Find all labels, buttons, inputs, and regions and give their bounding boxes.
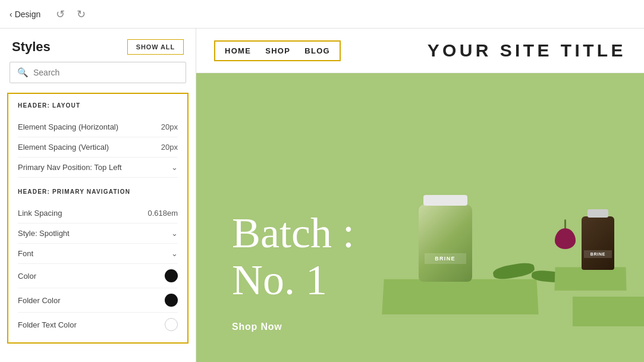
search-bar: 🔍 [10,62,186,83]
color-swatch-folder-text-color[interactable] [165,318,178,331]
header-layout-section: HEADER: LAYOUT Element Spacing (Horizont… [7,93,189,344]
hero-heading-line1: Batch : [232,210,354,257]
nav-item-home[interactable]: HOME [225,46,251,55]
chevron-down-icon-font: ⌄ [171,249,178,258]
beet-vegetable [555,219,579,249]
prop-value-horizontal-spacing: 20px [161,122,178,131]
hero-heading-line2: No. 1 [232,257,354,304]
prop-label-nav-position: Primary Nav Position: Top Left [18,163,122,172]
prop-label-color: Color [18,272,36,281]
nav-item-blog[interactable]: BLOG [304,46,330,55]
site-title: YOUR SITE TITLE [428,40,626,61]
hero-section: Batch : No. 1 Shop Now BRINE [196,73,644,362]
nav-box: HOME SHOP BLOG [214,40,341,61]
header-nav-label: HEADER: PRIMARY NAVIGATION [18,188,178,195]
bottle: BRINE [582,216,614,270]
prop-row-nav-position[interactable]: Primary Nav Position: Top Left ⌄ [18,158,178,178]
prop-row-font[interactable]: Font ⌄ [18,244,178,264]
search-input[interactable] [33,68,178,77]
chevron-down-icon: ⌄ [171,163,178,172]
preview-area: HOME SHOP BLOG YOUR SITE TITLE Batch : N… [196,29,644,362]
bottle-lid [588,209,608,218]
chevron-left-icon: ‹ [10,10,12,19]
beet-body [555,228,576,249]
prop-label-style: Style: Spotlight [18,229,70,238]
hero-text: Batch : No. 1 Shop Now [232,210,354,332]
product-platforms: BRINE BRINE [353,73,644,362]
jar-label: BRINE [425,253,466,264]
prop-label-folder-text-color: Folder Text Color [18,320,77,329]
bottle-label: BRINE [584,250,612,258]
color-swatch-color[interactable] [165,269,178,282]
header-layout-label: HEADER: LAYOUT [18,102,178,109]
top-bar: ‹ Design ↺ ↻ [0,0,644,29]
site-header: HOME SHOP BLOG YOUR SITE TITLE [196,29,644,73]
prop-label-horizontal-spacing: Element Spacing (Horizontal) [18,122,118,131]
prop-row-vertical-spacing: Element Spacing (Vertical) 20px [18,137,178,158]
main-platform [382,279,538,314]
redo-button[interactable]: ↻ [73,7,89,22]
chevron-down-icon-style: ⌄ [171,229,178,238]
prop-label-link-spacing: Link Spacing [18,209,62,218]
prop-label-vertical-spacing: Element Spacing (Vertical) [18,143,109,152]
prop-value-vertical-spacing: 20px [161,143,178,152]
shop-now-button[interactable]: Shop Now [232,322,354,332]
prop-row-folder-color[interactable]: Folder Color [18,288,178,313]
prop-row-folder-text-color[interactable]: Folder Text Color [18,313,178,336]
color-swatch-folder-color[interactable] [165,294,178,307]
hero-decoration: BRINE BRINE [353,73,644,362]
show-all-button[interactable]: SHOW ALL [127,39,184,55]
styles-title: Styles [12,39,51,55]
pickle-jar: BRINE [419,204,472,282]
right-platform [554,267,626,290]
undo-button[interactable]: ↺ [52,7,68,22]
undo-redo-group: ↺ ↻ [52,7,89,22]
sidebar-header: Styles SHOW ALL [0,29,196,62]
prop-row-link-spacing: Link Spacing 0.618em [18,203,178,224]
header-nav-subsection: HEADER: PRIMARY NAVIGATION Link Spacing … [18,188,178,336]
search-icon: 🔍 [17,67,29,78]
back-button[interactable]: ‹ Design [10,10,40,19]
nav-item-shop[interactable]: SHOP [265,46,290,55]
prop-row-horizontal-spacing: Element Spacing (Horizontal) 20px [18,117,178,137]
cucumber-1 [492,261,535,281]
prop-value-link-spacing: 0.618em [147,209,178,218]
jar-lid [423,195,467,206]
sidebar: Styles SHOW ALL 🔍 HEADER: LAYOUT Element… [0,29,196,362]
hero-heading: Batch : No. 1 [232,210,354,304]
prop-row-color[interactable]: Color [18,264,178,288]
back-label: Design [15,10,41,19]
prop-label-font: Font [18,249,33,258]
prop-row-style[interactable]: Style: Spotlight ⌄ [18,224,178,244]
prop-label-folder-color: Folder Color [18,296,61,305]
far-right-platform [573,297,644,326]
main-layout: Styles SHOW ALL 🔍 HEADER: LAYOUT Element… [0,29,644,362]
